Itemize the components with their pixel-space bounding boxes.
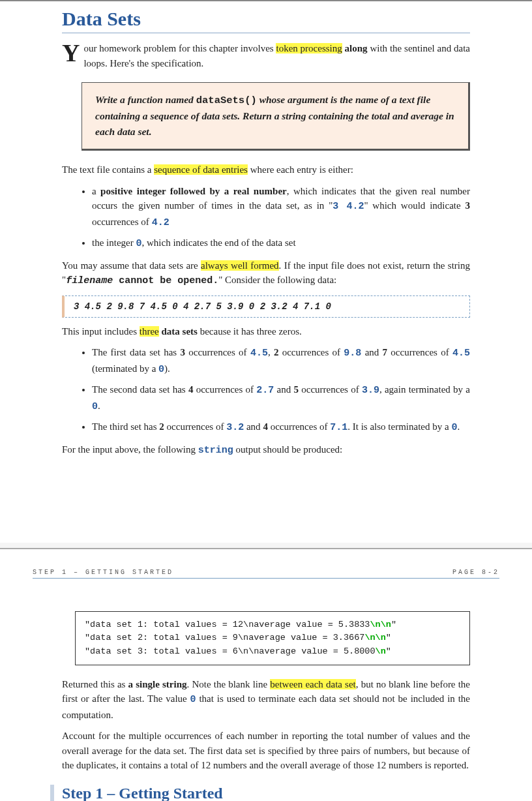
- p5-highlight: between each data set: [270, 679, 356, 689]
- spec-function-name: dataSets(): [196, 95, 257, 106]
- list-item: a positive integer followed by a real nu…: [92, 184, 470, 231]
- p3-bold: data sets: [161, 326, 197, 337]
- list-item: the integer 0, which indicates the end o…: [92, 235, 470, 252]
- page-title: Data Sets: [62, 8, 470, 33]
- li5-4: 4: [263, 421, 268, 432]
- intro-bold-1: along: [345, 43, 368, 53]
- li4-d: occurrences of: [299, 384, 362, 395]
- p3-a: This input includes: [62, 326, 140, 337]
- li3-d: occurrences of: [278, 347, 344, 357]
- li3-h: ).: [164, 363, 170, 374]
- p2-c: " Consider the following data:: [218, 275, 336, 285]
- li4-e: , again terminated by a: [379, 384, 470, 395]
- header-left: STEP 1 – GETTING STARTED: [33, 569, 173, 576]
- spec-text-1: Write a function named: [95, 94, 196, 105]
- out2-nn: \n\n: [364, 633, 385, 642]
- li4-f: .: [98, 400, 100, 411]
- page-2: STEP 1 – GETTING STARTED PAGE 8-2 "data …: [0, 548, 532, 801]
- li2-code: 0: [136, 238, 141, 249]
- li3-c1: 4.5: [250, 348, 268, 359]
- page-header: STEP 1 – GETTING STARTED PAGE 8-2: [33, 569, 499, 579]
- step-heading: Step 1 – Getting Started: [50, 785, 470, 801]
- data-sample-block: 3 4.5 2 9.8 7 4.5 0 4 2.7 5 3.9 0 2 3.2 …: [62, 295, 470, 318]
- li4-a: The second data set has: [92, 384, 188, 395]
- li1-bold3: 3: [465, 200, 470, 211]
- output-box: "data set 1: total values = 12\naverage …: [75, 611, 470, 665]
- list-item: The second data set has 4 occurrences of…: [92, 382, 470, 414]
- dataset-list: The first data set has 3 occurrences of …: [62, 345, 470, 436]
- specification-box: Write a function named dataSets() whose …: [81, 82, 470, 151]
- paragraph-single-string: Returned this as a single string. Note t…: [62, 677, 470, 723]
- li3-b: occurrences of: [185, 347, 250, 357]
- li5-b: occurrences of: [164, 421, 226, 432]
- page-1: Data Sets Y our homework problem for thi…: [0, 0, 532, 543]
- paragraph-entries: The text file contains a sequence of dat…: [62, 162, 470, 177]
- li3-3: 3: [180, 347, 185, 357]
- p3-highlight: three: [140, 326, 159, 337]
- li3-7: 7: [383, 347, 388, 357]
- li5-c1: 3.2: [226, 422, 244, 433]
- list-item: The first data set has 3 occurrences of …: [92, 345, 470, 377]
- li1-code2: 4.2: [152, 217, 170, 228]
- page-bottom-spacer: [62, 464, 470, 517]
- li5-d: occurrences of: [268, 421, 330, 432]
- list-item: The third set has 2 occurrences of 3.2 a…: [92, 419, 470, 436]
- p1-highlight: sequence of data entries: [154, 164, 248, 175]
- li4-5: 5: [294, 384, 299, 395]
- out1-nn: \n\n: [370, 620, 391, 629]
- li5-2: 2: [159, 421, 164, 432]
- intro-text-1: our homework problem for this chapter in…: [83, 43, 276, 53]
- li4-c2: 3.9: [362, 385, 379, 396]
- li3-e: and: [361, 347, 382, 357]
- out3-a: "data set 3: total values = 6\n\naverage…: [85, 646, 376, 656]
- paragraph-three-sets: This input includes three data sets beca…: [62, 324, 470, 339]
- li2-b: , which indicates the end of the data se…: [142, 237, 296, 248]
- li5-c2: 7.1: [330, 422, 347, 433]
- entry-list: a positive integer followed by a real nu…: [62, 184, 470, 252]
- li4-c1: 2.7: [256, 385, 274, 396]
- li1-d: " which would indicate: [364, 200, 465, 211]
- li3-c3: 4.5: [452, 348, 470, 359]
- p5-code: 0: [190, 694, 196, 705]
- li2-a: the integer: [92, 237, 136, 248]
- out3-nn: \n: [376, 646, 386, 656]
- li3-c2: 9.8: [344, 348, 361, 359]
- p4-b: output should be produced:: [233, 444, 342, 455]
- li5-a: The third set has: [92, 421, 159, 432]
- paragraph-account: Account for the multiple occurrences of …: [62, 729, 470, 773]
- p2-code1: filename: [66, 275, 113, 286]
- intro-paragraph: Y our homework problem for this chapter …: [62, 41, 470, 70]
- p2-a: You may assume that data sets are: [62, 260, 201, 271]
- li3-a: The first data set has: [92, 347, 180, 357]
- p4-a: For the input above, the following: [62, 444, 198, 455]
- out2-b: ": [386, 633, 391, 642]
- out1-a: "data set 1: total values = 12\naverage …: [85, 620, 370, 629]
- out2-a: "data set 2: total values = 9\naverage v…: [85, 633, 364, 642]
- li5-c: and: [244, 421, 263, 432]
- out1-b: ": [391, 620, 396, 629]
- li4-c3: 0: [92, 401, 98, 412]
- paragraph-output-intro: For the input above, the following strin…: [62, 442, 470, 459]
- li3-c: ,: [268, 347, 274, 357]
- p5-a: Returned this as: [62, 679, 128, 689]
- p2-highlight: always well formed: [201, 260, 279, 271]
- li5-e: . It is also terminated by a: [347, 421, 451, 432]
- p1-b: where each entry is either:: [248, 164, 353, 175]
- p1-a: The text file contains a: [62, 164, 154, 175]
- p5-bold: a single string: [128, 679, 187, 689]
- li3-g: (terminated by a: [92, 363, 158, 374]
- li1-bold: positive integer followed by a real numb…: [100, 186, 287, 196]
- drop-cap: Y: [62, 41, 83, 63]
- out3-b: ": [386, 646, 391, 656]
- p2-code2: cannot be opened.: [113, 275, 218, 286]
- li3-c4: 0: [158, 364, 164, 375]
- li1-code1: 3 4.2: [332, 201, 364, 212]
- header-right: PAGE 8-2: [452, 569, 499, 576]
- li4-c: and: [274, 384, 293, 395]
- li5-f: .: [457, 421, 460, 432]
- intro-highlight-1: token processing: [276, 43, 342, 53]
- paragraph-wellformed: You may assume that data sets are always…: [62, 258, 470, 289]
- li4-b: occurrences of: [193, 384, 256, 395]
- p4-code: string: [198, 445, 233, 456]
- p3-c: because it has three zeros.: [198, 326, 302, 337]
